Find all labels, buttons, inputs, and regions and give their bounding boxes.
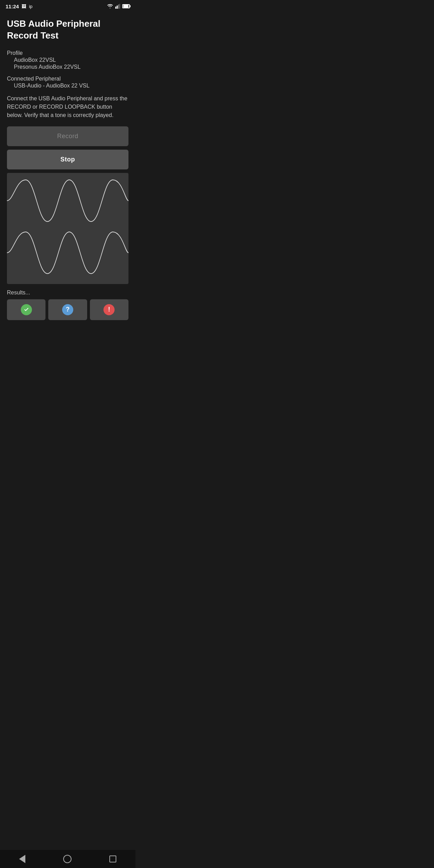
- time-display: 11:24: [6, 3, 19, 9]
- status-left: 11:24 🖼 ip: [6, 3, 33, 9]
- svg-rect-3: [119, 4, 120, 9]
- svg-rect-1: [117, 6, 118, 9]
- profile-name: AudioBox 22VSL: [7, 57, 128, 63]
- result-question-button[interactable]: ?: [48, 299, 87, 320]
- result-success-button[interactable]: [7, 299, 45, 320]
- results-buttons-container: ? !: [7, 299, 128, 320]
- stop-button[interactable]: Stop: [7, 150, 128, 169]
- result-error-button[interactable]: !: [90, 299, 128, 320]
- profile-label: Profile: [7, 50, 128, 56]
- question-icon: ?: [62, 304, 73, 315]
- signal-icon: [115, 4, 120, 9]
- exclamation-mark: !: [108, 306, 110, 313]
- connected-peripheral-label: Connected Peripheral: [7, 76, 128, 82]
- waveform-display: [7, 173, 128, 284]
- description-text: Connect the USB Audio Peripheral and pre…: [7, 94, 128, 119]
- results-label: Results...: [7, 290, 128, 296]
- error-icon: !: [103, 304, 115, 315]
- page-title: USB Audio Peripheral Record Test: [7, 18, 128, 42]
- battery-icon: [122, 4, 130, 8]
- peripheral-device: USB-Audio - AudioBox 22 VSL: [7, 83, 128, 89]
- main-content: USB Audio Peripheral Record Test Profile…: [0, 12, 135, 326]
- profile-model: Presonus AudioBox 22VSL: [7, 64, 128, 70]
- ip-label: ip: [29, 4, 32, 9]
- success-icon: [21, 304, 32, 315]
- question-mark: ?: [66, 306, 69, 313]
- image-icon: 🖼: [22, 4, 26, 9]
- peripheral-section: Connected Peripheral USB-Audio - AudioBo…: [7, 76, 128, 89]
- record-button[interactable]: Record: [7, 126, 128, 146]
- status-right: [107, 4, 130, 9]
- profile-section: Profile AudioBox 22VSL Presonus AudioBox…: [7, 50, 128, 70]
- svg-rect-2: [118, 5, 119, 9]
- svg-rect-0: [115, 7, 116, 9]
- wifi-icon: [107, 4, 113, 9]
- status-bar: 11:24 🖼 ip: [0, 0, 135, 12]
- waveform-svg: [7, 173, 128, 284]
